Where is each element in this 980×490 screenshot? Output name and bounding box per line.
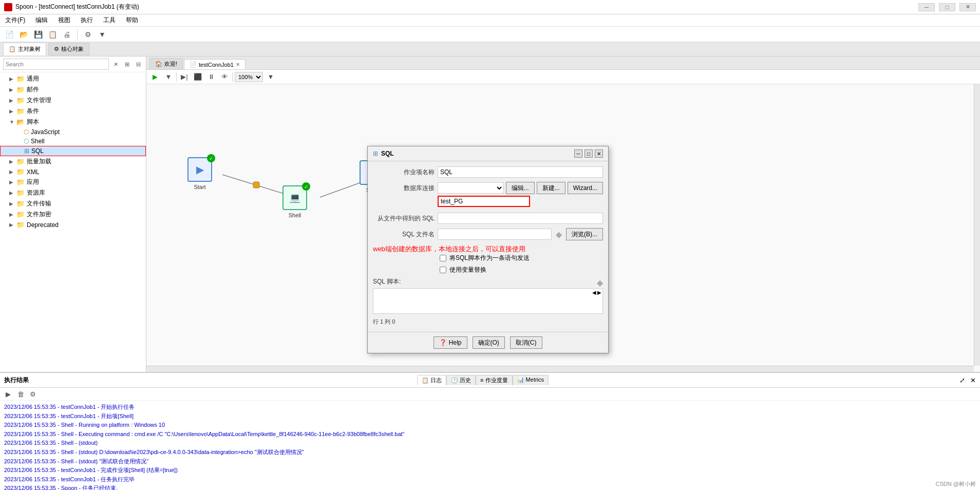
tab-job-metrics[interactable]: ≡ 作业度量 [476, 375, 512, 385]
minimize-button[interactable]: ─ [918, 3, 935, 11]
start-node[interactable]: ▶ ✓ Start [187, 157, 212, 190]
tree-item-shell[interactable]: ⬡ Shell [0, 137, 146, 146]
tab-welcome[interactable]: 🏠 欢迎! [149, 58, 183, 69]
sql-expand-icon[interactable]: ◆ [597, 278, 603, 288]
tree-item-filemanage[interactable]: ▶ 📁 文件管理 [0, 95, 146, 106]
app-logo [4, 3, 12, 11]
shell-node[interactable]: 💻 ✓ Shell [282, 185, 307, 218]
start-check: ✓ [207, 154, 215, 162]
canvas-hscrollbar[interactable] [146, 366, 974, 372]
start-label: Start [194, 184, 205, 190]
menu-edit[interactable]: 编辑 [33, 15, 50, 26]
sql-dialog: ⊞ SQL ─ □ ✕ 作业项名称 [367, 146, 609, 353]
start-node-box: ▶ ✓ [187, 157, 212, 182]
run-arrow-down[interactable]: ▼ [163, 71, 174, 83]
menu-help[interactable]: 帮助 [124, 15, 140, 26]
canvas-area[interactable]: ▶ ✓ Start 💻 ✓ Shell ⊞ [146, 84, 980, 372]
menu-run[interactable]: 执行 [79, 15, 95, 26]
perspective-main-objects[interactable]: 📋 主对象树 [3, 43, 46, 55]
zoom-select[interactable]: 100% 50% 75% 125% 150% 200% [235, 72, 263, 82]
perspective-bar: 📋 主对象树 ⚙ 核心对象 [0, 42, 980, 56]
canvas-vscrollbar[interactable] [974, 84, 980, 366]
tab-testconnjob1[interactable]: 📄 testConnJob1 ✕ [184, 59, 246, 69]
tree-item-mail[interactable]: ▶ 📁 邮件 [0, 84, 146, 95]
preview-button[interactable]: 👁 [219, 71, 230, 83]
bottom-close-button[interactable]: ✕ [970, 376, 976, 384]
folder-icon-batch: 📁 [16, 158, 25, 165]
tab-log[interactable]: 📋 日志 [417, 375, 446, 385]
tree-item-general[interactable]: ▶ 📁 通用 [0, 73, 146, 84]
tree-label-shell: Shell [31, 138, 45, 145]
use-variable-checkbox[interactable] [440, 267, 446, 273]
bottom-toolbar: ▶ 🗑 ⚙ [0, 388, 980, 401]
browse-button[interactable]: 浏览(B)... [566, 228, 603, 240]
close-button[interactable]: ✕ [959, 3, 976, 11]
job-entry-name-input[interactable] [438, 166, 603, 178]
dialog-maximize-button[interactable]: □ [585, 149, 593, 158]
perspective-core-objects[interactable]: ⚙ 核心对象 [48, 43, 89, 55]
toolbar-settings[interactable]: ⚙ [82, 28, 94, 41]
tree-item-script[interactable]: ▼ 📂 脚本 [0, 117, 146, 127]
db-connection-select[interactable] [438, 182, 504, 194]
tree-expand-button[interactable]: ⊟ [134, 60, 143, 69]
log-settings-button[interactable]: ⚙ [28, 389, 38, 399]
get-sql-input[interactable] [438, 213, 603, 224]
stop-button[interactable]: ⬛ [192, 71, 203, 83]
sql-scroll-right[interactable]: ▶ [597, 290, 601, 295]
toolbar-save[interactable]: 💾 [32, 28, 44, 41]
job-tab-icon: 📄 [190, 61, 197, 68]
db-connection-dropdown-item[interactable]: test_PG [438, 196, 530, 207]
bottom-expand-button[interactable]: ⤢ [959, 376, 965, 384]
menu-file[interactable]: 文件(F) [3, 15, 27, 26]
tree-item-condition[interactable]: ▶ 📁 条件 [0, 106, 146, 117]
cancel-button[interactable]: 取消(C) [510, 336, 542, 349]
run-partial-button[interactable]: ▶| [179, 71, 190, 83]
tree-item-deprecated[interactable]: ▶ 📁 Deprecated [0, 220, 146, 230]
wizard-button[interactable]: Wizard... [568, 182, 603, 194]
tree-item-sql[interactable]: ⊞ SQL [0, 146, 146, 156]
get-sql-row: 从文件中得到的 SQL [373, 213, 603, 224]
pause-button[interactable]: ⏸ [205, 71, 217, 83]
tree-item-javascript[interactable]: ⬡ JavaScript [0, 127, 146, 137]
dialog-close-button[interactable]: ✕ [595, 149, 603, 158]
sql-file-input[interactable] [438, 229, 552, 240]
toolbar-saveas[interactable]: 📋 [46, 28, 59, 41]
tab-metrics[interactable]: 📊 Metrics [513, 375, 549, 385]
run-button[interactable]: ▶ [149, 71, 161, 83]
search-clear-button[interactable]: ✕ [111, 60, 120, 69]
svg-rect-1 [253, 182, 259, 188]
sql-script-box[interactable]: ◀ ▶ [373, 288, 603, 314]
tree-item-filetransfer[interactable]: ▶ 📁 文件传输 [0, 198, 146, 209]
log-entry-2: 2023/12/06 15:53:35 - Shell - Running on… [4, 421, 976, 430]
zoom-drop-arrow[interactable]: ▼ [265, 71, 276, 83]
log-play-button[interactable]: ▶ [3, 389, 13, 399]
tree-item-app[interactable]: ▶ 📁 应用 [0, 177, 146, 187]
toolbar-down-arrow[interactable]: ▼ [96, 28, 108, 41]
log-entry-7: 2023/12/06 15:53:35 - testConnJob1 - 完成作… [4, 466, 976, 475]
tree-item-repo[interactable]: ▶ 📁 资源库 [0, 187, 146, 198]
toolbar-separator [77, 29, 78, 40]
tree-item-xml[interactable]: ▶ 📁 XML [0, 167, 146, 177]
maximize-button[interactable]: □ [939, 3, 955, 11]
menu-view[interactable]: 视图 [56, 15, 72, 26]
log-clear-button[interactable]: 🗑 [15, 389, 26, 399]
toolbar-open[interactable]: 📂 [17, 28, 30, 41]
sql-scroll-left[interactable]: ◀ [592, 290, 596, 295]
tab-history[interactable]: 🕐 历史 [446, 375, 476, 385]
toolbar-new[interactable]: 📄 [3, 28, 15, 41]
search-input[interactable] [3, 59, 109, 70]
tree-collapse-button[interactable]: ⊞ [122, 60, 131, 69]
help-button[interactable]: ❓ Help [434, 336, 467, 349]
dialog-minimize-button[interactable]: ─ [574, 149, 582, 158]
send-as-statement-checkbox[interactable] [440, 255, 446, 261]
tree-item-fileencrypt[interactable]: ▶ 📁 文件加密 [0, 209, 146, 220]
tree-label-fileencrypt: 文件加密 [27, 210, 51, 219]
menu-tools[interactable]: 工具 [101, 15, 118, 26]
edit-connection-button[interactable]: 编辑... [506, 182, 535, 194]
log-entry-8: 2023/12/06 15:53:35 - testConnJob1 - 任务执… [4, 475, 976, 484]
tree-item-batch[interactable]: ▶ 📁 批量加载 [0, 156, 146, 167]
toolbar-print[interactable]: 🖨 [61, 28, 73, 41]
new-connection-button[interactable]: 新建... [537, 182, 566, 194]
ok-button[interactable]: 确定(O) [473, 336, 505, 349]
tab-close-button[interactable]: ✕ [236, 62, 240, 67]
